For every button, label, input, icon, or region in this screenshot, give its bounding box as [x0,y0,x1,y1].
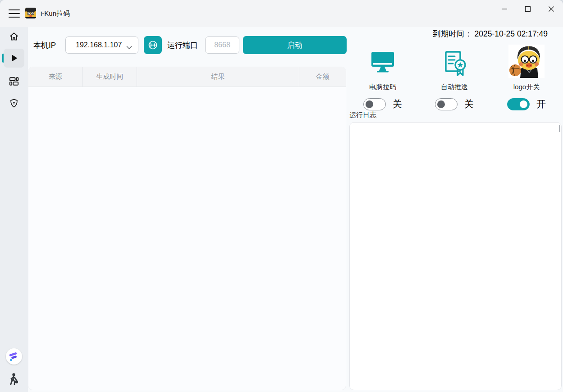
app-window: i-Kun拉码 [0,0,563,392]
flet-logo-icon [6,348,22,365]
ikun-avatar [508,45,545,78]
apps-grid-icon [9,76,19,87]
home-icon [9,31,19,42]
logo-switch-toggle-state: 开 [536,98,546,110]
sidebar-item-home[interactable] [4,27,24,46]
basketball-icon [147,40,158,50]
sidebar-item-player[interactable] [0,373,28,385]
scrollbar-thumb[interactable] [559,125,560,132]
certificate-icon [440,45,468,78]
sidebar-item-run[interactable] [4,49,24,68]
close-button[interactable] [540,0,563,18]
titlebar: i-Kun拉码 [0,0,563,27]
local-ip-label: 本机IP [33,36,56,54]
start-button[interactable]: 启动 [243,36,347,54]
auto-push-toggle-state: 关 [464,98,474,110]
ip-dropdown[interactable]: 192.168.1.107 [65,36,138,54]
sidebar-item-flet[interactable] [0,348,28,365]
expire-time-label: 到期时间： [433,29,472,38]
ip-dropdown-value: 192.168.1.107 [76,41,122,49]
run-log-label: 运行日志 [349,111,376,119]
minimize-button[interactable] [493,0,516,18]
column-header-amount: 金额 [299,67,346,87]
table-header-row: 来源 生成时间 结果 金额 [28,67,346,87]
logo-switch-toggle[interactable] [507,98,530,110]
sidebar-item-security[interactable] [4,94,24,113]
port-label: 运行端口 [167,36,198,54]
chevron-down-icon [126,43,132,51]
sidebar [0,27,28,392]
maximize-button[interactable] [516,0,540,18]
window-title: i-Kun拉码 [41,0,70,27]
port-input[interactable] [205,36,239,54]
monitor-icon [368,45,398,78]
pc-code-toggle[interactable] [363,98,386,110]
run-log-area[interactable] [349,122,562,390]
feature-label: logo开关 [513,83,540,91]
basketball-button[interactable] [144,36,162,54]
auto-push-toggle[interactable] [435,98,458,110]
expire-time: 到期时间： 2025-10-25 02:17:49 [433,28,548,39]
shield-icon [9,98,19,109]
feature-auto-push: 自动推送 关 [421,45,488,110]
play-icon [9,53,19,64]
feature-label: 电脑拉码 [369,83,396,91]
feature-pc-code: 电脑拉码 关 [349,45,417,110]
basketball-player-icon [8,373,20,385]
expire-time-value: 2025-10-25 02:17:49 [475,29,548,38]
window-controls [493,0,563,18]
feature-label: 自动推送 [441,83,468,91]
column-header-time: 生成时间 [82,67,137,87]
column-header-result: 结果 [137,67,299,87]
column-header-source: 来源 [28,67,82,87]
results-table: 来源 生成时间 结果 金额 [28,67,346,390]
feature-logo-switch: logo开关 开 [493,45,560,110]
hamburger-menu-icon[interactable] [7,6,21,21]
pc-code-toggle-state: 关 [393,98,402,110]
sidebar-item-apps[interactable] [4,72,24,91]
app-logo-icon [25,8,36,18]
